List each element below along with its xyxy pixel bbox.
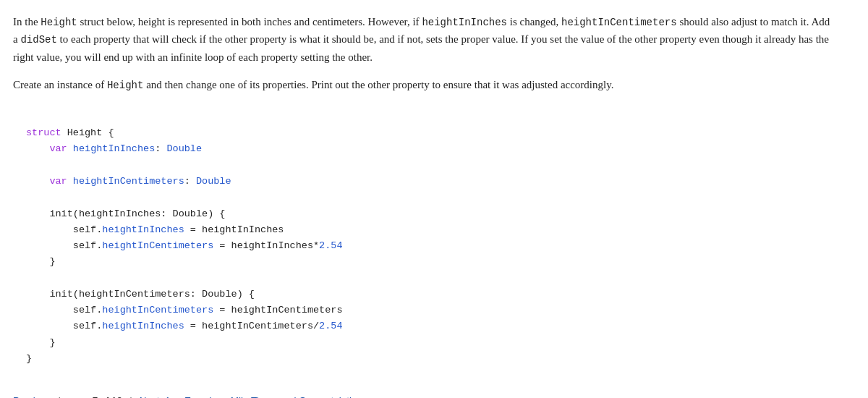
code-line: var heightInInches: Double [26, 141, 820, 157]
code-line [26, 190, 820, 206]
prop-self-heightInCentimeters-2: heightInCentimeters [102, 305, 213, 316]
code-text: self. [26, 224, 102, 235]
code-text: init(heightInCentimeters: Double) { [26, 289, 255, 300]
footer-separator-2: | [129, 395, 132, 398]
code-text: = heightInInches [184, 224, 284, 235]
main-content: In the Height struct below, height is re… [0, 0, 854, 398]
previous-link[interactable]: Previous [13, 395, 51, 398]
code-line: self.heightInInches = heightInInches [26, 222, 820, 238]
code-line [26, 271, 820, 287]
code-line [26, 158, 820, 174]
code-text: = heightInInches* [213, 240, 319, 251]
page-info: page 7 of 10 [68, 395, 122, 398]
code-line: var heightInCentimeters: Double [26, 174, 820, 190]
code-text [26, 176, 49, 187]
code-line: struct Height { [26, 125, 820, 141]
prop-heightInCentimeters: heightInCentimeters [73, 176, 184, 187]
prop-self-heightInCentimeters: heightInCentimeters [102, 240, 213, 251]
code-Height-2: Height [107, 80, 143, 91]
num-254-2: 2.54 [319, 321, 342, 331]
code-text: : [155, 143, 166, 154]
code-heightInCentimeters: heightInCentimeters [561, 17, 677, 28]
code-line: self.heightInCentimeters = heightInCenti… [26, 302, 820, 318]
code-Height-1: Height [41, 17, 77, 28]
code-line: } [26, 254, 820, 270]
code-text: init(heightInInches: Double) { [26, 208, 225, 219]
paragraph-2: Create an instance of Height and then ch… [13, 76, 833, 93]
footer-separator-1: | [59, 395, 61, 398]
prop-self-heightInInches-2: heightInInches [102, 321, 184, 331]
code-block: struct Height { var heightInInches: Doub… [13, 119, 833, 373]
code-text: : [184, 176, 196, 187]
code-text: = heightInCentimeters/ [184, 321, 319, 331]
code-text: } [26, 353, 32, 364]
footer: Previous | page 7 of 10 | Next: App Exer… [0, 388, 868, 398]
code-text [67, 176, 73, 187]
prop-self-heightInInches: heightInInches [102, 224, 184, 235]
code-line: } [26, 335, 820, 351]
code-text: } [26, 337, 56, 348]
code-line: self.heightInInches = heightInCentimeter… [26, 318, 820, 334]
code-text: self. [26, 321, 102, 331]
code-heightInInches: heightInInches [422, 17, 507, 28]
type-double: Double [166, 143, 202, 154]
next-link[interactable]: Next: App Exercise - Mile Times and Cong… [140, 395, 367, 398]
code-text: self. [26, 305, 102, 316]
code-line: init(heightInInches: Double) { [26, 206, 820, 222]
code-text [26, 143, 49, 154]
num-254: 2.54 [319, 240, 342, 251]
code-line: } [26, 351, 820, 367]
code-text: self. [26, 240, 102, 251]
code-line: self.heightInCentimeters = heightInInche… [26, 238, 820, 254]
paragraph-1: In the Height struct below, height is re… [13, 13, 833, 66]
code-text: = heightInCentimeters [213, 305, 342, 316]
keyword-var: var [49, 176, 67, 187]
code-text: } [26, 256, 56, 267]
code-line: init(heightInCentimeters: Double) { [26, 287, 820, 302]
keyword-struct: struct [26, 127, 61, 138]
code-text [67, 143, 73, 154]
prop-heightInInches: heightInInches [73, 143, 155, 154]
type-double-2: Double [196, 176, 231, 187]
spacer [13, 103, 833, 119]
keyword-var: var [49, 143, 67, 154]
code-text: Height { [61, 127, 114, 138]
code-didSet: didSet [20, 34, 56, 46]
